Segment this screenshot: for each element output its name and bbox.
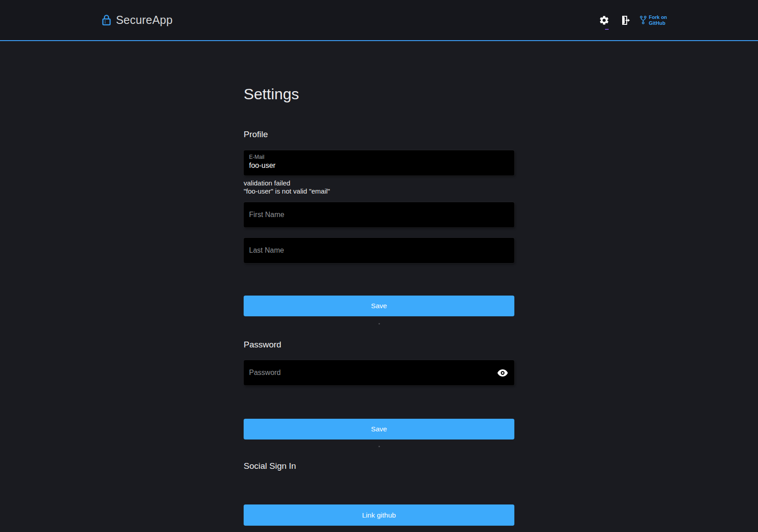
password-section-heading: Password	[244, 340, 514, 350]
email-field[interactable]: E-Mail	[244, 150, 514, 176]
divider-dot	[379, 323, 380, 324]
fork-on-github-link[interactable]: Fork on GitHub	[640, 14, 672, 26]
lock-icon	[102, 14, 111, 26]
header-actions: Fork on GitHub	[598, 0, 672, 40]
social-sign-in-heading: Social Sign In	[244, 461, 514, 471]
app-header: SecureApp	[0, 0, 758, 41]
app-title: SecureApp	[116, 14, 173, 27]
first-name-field[interactable]	[244, 202, 514, 227]
gear-icon	[599, 15, 610, 26]
toggle-password-visibility-button[interactable]	[497, 368, 508, 378]
divider-dot	[379, 446, 380, 447]
save-profile-button[interactable]: Save	[244, 296, 514, 316]
eye-icon	[497, 369, 508, 377]
fork-link-label: Fork on GitHub	[649, 14, 672, 26]
logout-door-icon	[619, 15, 630, 26]
password-field[interactable]	[244, 360, 514, 385]
logout-button[interactable]	[619, 14, 631, 26]
password-input[interactable]	[244, 360, 514, 385]
email-field-label: E-Mail	[249, 154, 509, 160]
email-input[interactable]	[249, 160, 509, 171]
gear-underscore-mark	[605, 29, 609, 30]
page-title: Settings	[244, 85, 514, 103]
validation-error: validation failed "foo-user" is not vali…	[244, 179, 514, 195]
brand: SecureApp	[102, 0, 173, 40]
last-name-field[interactable]	[244, 238, 514, 263]
settings-page: Settings Profile E-Mail validation faile…	[244, 85, 514, 526]
validation-error-line1: validation failed	[244, 179, 514, 187]
settings-button[interactable]	[598, 14, 610, 26]
validation-error-line2: "foo-user" is not valid "email"	[244, 187, 514, 195]
profile-section-heading: Profile	[244, 130, 514, 139]
link-github-button[interactable]: Link github	[244, 504, 514, 526]
git-fork-icon	[640, 15, 647, 25]
last-name-input[interactable]	[244, 238, 514, 263]
first-name-input[interactable]	[244, 202, 514, 227]
save-password-button[interactable]: Save	[244, 419, 514, 439]
